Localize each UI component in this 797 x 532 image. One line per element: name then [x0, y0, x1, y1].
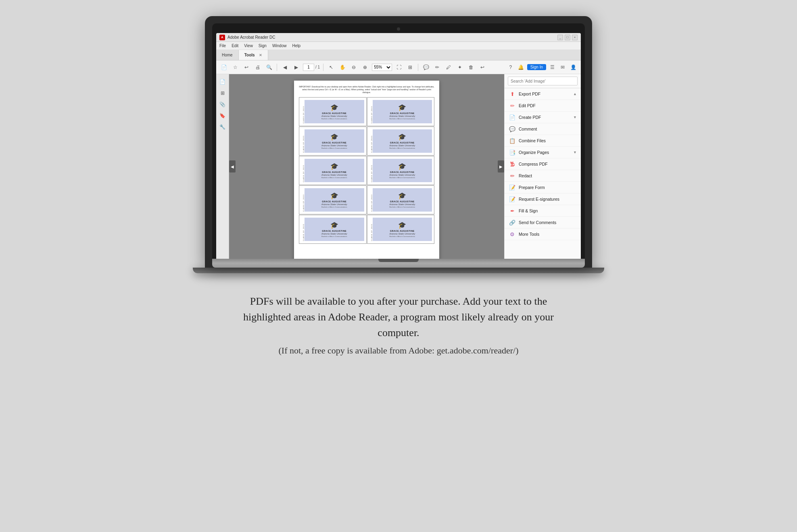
tool-zoom-out-icon[interactable]: ⊖: [349, 63, 358, 72]
fill-sign-label: Fill & Sign: [519, 208, 577, 213]
tool-item-more-tools[interactable]: ⚙ More Tools: [505, 229, 581, 240]
sign-in-button[interactable]: Sign In: [527, 64, 546, 70]
menu-file[interactable]: File: [219, 44, 226, 48]
tool-search-input[interactable]: [508, 77, 578, 85]
grad-card: CLASS of 2023 🎓 GRACE AUGUSTINE Arizona …: [367, 127, 435, 156]
tool-print-icon[interactable]: 🖨: [253, 63, 262, 72]
tab-close-icon[interactable]: ✕: [259, 53, 262, 57]
tool-bookmark-icon[interactable]: ☆: [231, 63, 240, 72]
tool-nav-next[interactable]: ▶: [292, 63, 300, 72]
menu-sign[interactable]: Sign: [259, 44, 267, 48]
left-icon-bookmarks[interactable]: 🔖: [218, 111, 227, 120]
tools-list: ⬆ Export PDF ▲ ✏ Edit PDF 📄 Create PDF ▼…: [505, 88, 581, 240]
bottom-text-line1: PDFs will be available to you after your…: [237, 293, 560, 309]
menu-window[interactable]: Window: [272, 44, 287, 48]
graduation-cap-icon: 🎓: [330, 192, 338, 200]
tool-item-edit-pdf[interactable]: ✏ Edit PDF: [505, 100, 581, 112]
tool-email-icon[interactable]: ✉: [558, 63, 567, 72]
tool-item-create-pdf[interactable]: 📄 Create PDF ▼: [505, 112, 581, 123]
menu-edit[interactable]: Edit: [232, 44, 238, 48]
card-degree: Bachelor of Arts in Communications: [390, 206, 415, 208]
card-name: GRACE AUGUSTINE: [322, 112, 346, 114]
tool-zoom-in-icon[interactable]: ⊕: [361, 63, 369, 72]
tool-item-send-comments[interactable]: 🔗 Send for Comments: [505, 217, 581, 229]
tool-bell-icon[interactable]: 🔔: [517, 63, 526, 72]
tool-search-icon[interactable]: 🔍: [265, 63, 273, 72]
tool-hand-icon[interactable]: ✋: [338, 63, 347, 72]
card-year: CLASS of 2023: [301, 188, 305, 212]
tool-spread-icon[interactable]: ⊞: [406, 63, 415, 72]
page-number-input[interactable]: [303, 64, 314, 71]
doc-nav-left[interactable]: ◀: [229, 160, 236, 172]
card-year: CLASS of 2023: [369, 218, 373, 241]
card-school: Arizona State University: [389, 233, 415, 235]
main-area: 📄 ⊞ 📎 🔖 🔧 ◀ IMPORTANT: Download the to y…: [216, 74, 581, 259]
export-pdf-icon: ⬆: [509, 90, 516, 98]
combine-files-icon: 📋: [509, 137, 516, 144]
tool-item-organize-pages[interactable]: 📑 Organize Pages ▼: [505, 147, 581, 158]
graduation-cap-icon: 🎓: [330, 104, 338, 111]
tool-item-combine-files[interactable]: 📋 Combine Files: [505, 135, 581, 147]
prepare-form-icon: 📝: [509, 184, 516, 191]
organize-pages-icon: 📑: [509, 149, 516, 156]
compress-pdf-icon: 🗜: [509, 160, 516, 168]
card-year: CLASS of 2023: [369, 129, 373, 153]
tool-layers-icon[interactable]: ☰: [548, 63, 557, 72]
card-name: GRACE AUGUSTINE: [390, 171, 415, 173]
grad-card: CLASS of 2023 🎓 GRACE AUGUSTINE Arizona …: [367, 185, 435, 214]
card-content: 🎓 GRACE AUGUSTINE Arizona State Universi…: [373, 218, 432, 241]
card-school: Arizona State University: [389, 144, 415, 147]
tool-page-icon[interactable]: 📄: [219, 63, 228, 72]
tool-cursor-icon[interactable]: ↖: [327, 63, 336, 72]
tool-item-export-pdf[interactable]: ⬆ Export PDF ▲: [505, 88, 581, 100]
tab-tools[interactable]: Tools ✕: [239, 50, 268, 60]
menu-help[interactable]: Help: [292, 44, 300, 48]
graduation-cap-icon: 🎓: [398, 192, 406, 200]
card-year: CLASS of 2023: [369, 188, 373, 212]
tool-comment-icon[interactable]: 💬: [421, 63, 430, 72]
tool-stamp-icon[interactable]: ✦: [455, 63, 464, 72]
tool-nav-prev[interactable]: ◀: [280, 63, 289, 72]
tool-user-icon[interactable]: 👤: [569, 63, 578, 72]
grad-card: CLASS of 2023 🎓 GRACE AUGUSTINE Arizona …: [367, 156, 435, 185]
tool-item-redact[interactable]: ✏ Redact: [505, 170, 581, 182]
card-name: GRACE AUGUSTINE: [322, 230, 346, 232]
left-icon-layers[interactable]: ⊞: [218, 89, 227, 98]
menu-view[interactable]: View: [244, 44, 253, 48]
card-degree: Bachelor of Arts in Communications: [321, 177, 347, 179]
card-year: CLASS of 2023: [301, 218, 305, 241]
card-degree: Bachelor of Arts in Communications: [390, 177, 415, 179]
tool-item-comment[interactable]: 💬 Comment: [505, 123, 581, 135]
graduation-cap-icon: 🎓: [330, 221, 338, 229]
left-icon-tools[interactable]: 🔧: [218, 123, 227, 131]
tool-delete-icon[interactable]: 🗑: [467, 63, 476, 72]
card-content: 🎓 GRACE AUGUSTINE Arizona State Universi…: [305, 129, 364, 153]
left-icon-pages[interactable]: 📄: [218, 77, 227, 86]
tool-back-icon[interactable]: ↩: [242, 63, 251, 72]
tool-highlight-icon[interactable]: 🖊: [444, 63, 453, 72]
card-degree: Bachelor of Arts in Communications: [390, 118, 415, 120]
tab-home[interactable]: Home: [216, 50, 239, 60]
doc-nav-right[interactable]: ▶: [498, 160, 504, 172]
tool-fit-icon[interactable]: ⛶: [394, 63, 403, 72]
zoom-select[interactable]: 55% 75% 100%: [372, 64, 392, 71]
tool-item-request-esig[interactable]: 📝 Request E-signatures: [505, 193, 581, 205]
minimize-button[interactable]: _: [557, 35, 563, 40]
graduation-cap-icon: 🎓: [330, 162, 338, 170]
tool-help-icon[interactable]: ?: [506, 63, 515, 72]
adobe-logo-icon: A: [219, 35, 225, 40]
page-total: / 1: [315, 65, 320, 69]
tool-item-fill-sign[interactable]: ✒ Fill & Sign: [505, 205, 581, 217]
tool-item-compress-pdf[interactable]: 🗜 Compress PDF: [505, 158, 581, 170]
graduation-cap-icon: 🎓: [398, 162, 406, 170]
card-school: Arizona State University: [389, 174, 415, 176]
bottom-text-line3: (If not, a free copy is available from A…: [237, 344, 560, 357]
tool-undo-icon[interactable]: ↩: [478, 63, 487, 72]
maximize-button[interactable]: □: [565, 35, 570, 40]
tool-pen-icon[interactable]: ✏: [433, 63, 442, 72]
tool-item-prepare-form[interactable]: 📝 Prepare Form: [505, 182, 581, 193]
more-tools-icon: ⚙: [509, 231, 516, 238]
close-button[interactable]: ×: [572, 35, 578, 40]
left-icon-attachments[interactable]: 📎: [218, 100, 227, 109]
card-content: 🎓 GRACE AUGUSTINE Arizona State Universi…: [305, 188, 364, 212]
